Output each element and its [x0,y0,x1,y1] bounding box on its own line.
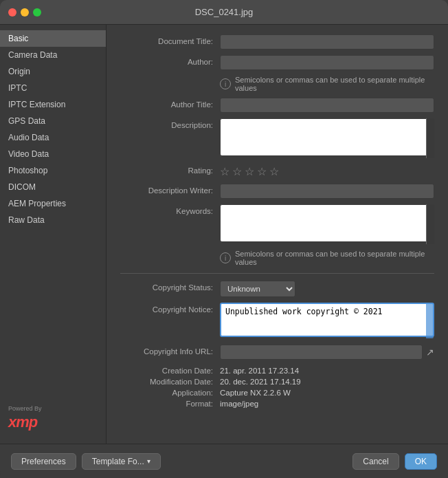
description-label: Description: [120,118,220,129]
keywords-scrollbar [426,204,434,244]
cancel-button[interactable]: Cancel [352,453,399,470]
star-3[interactable]: ☆ [245,165,254,178]
copyright-notice-input[interactable]: Unpublished work copyright © 2021 [220,303,434,337]
close-button[interactable] [8,8,16,17]
divider-1 [120,273,434,274]
rating-control: ☆ ☆ ☆ ☆ ☆ [220,164,434,178]
preferences-label: Preferences [21,457,66,466]
copyright-notice-wrapper: Unpublished work copyright © 2021 [220,303,434,339]
author-title-row: Author Title: [120,98,434,113]
description-scrollbar [426,118,434,158]
application-label: Application: [120,389,220,397]
hint2-row: i Semicolons or commas can be used to se… [120,250,434,266]
description-wrapper [220,118,434,158]
copyright-url-row: Copyright Info URL: ↗ [120,345,434,360]
document-title-input[interactable] [220,34,434,50]
sidebar: BasicCamera DataOriginIPTCIPTC Extension… [0,25,107,444]
sidebar-item-video-data[interactable]: Video Data [0,146,106,162]
author-label: Author: [120,55,220,66]
sidebar-item-raw-data[interactable]: Raw Data [0,212,106,228]
copyright-scroll-indicator [426,303,434,338]
sidebar-item-iptc-extension[interactable]: IPTC Extension [0,96,106,113]
maximize-button[interactable] [33,8,41,17]
template-label: Template Fo... [92,457,144,466]
url-goto-icon[interactable]: ↗ [426,347,434,358]
modification-date-row: Modification Date: 20. dec. 2021 17.14.1… [120,378,434,386]
author-title-control [220,98,434,113]
sidebar-nav: BasicCamera DataOriginIPTCIPTC Extension… [0,30,106,228]
xmp-logo: xmp [8,413,98,431]
copyright-notice-label: Copyright Notice: [120,303,220,314]
copyright-url-label: Copyright Info URL: [120,345,220,356]
copyright-url-input[interactable] [220,345,423,360]
author-title-input[interactable] [220,98,434,113]
star-rating: ☆ ☆ ☆ ☆ ☆ [220,164,434,178]
format-row: Format: image/jpeg [120,400,434,408]
ok-button[interactable]: OK [405,453,437,470]
sidebar-item-origin[interactable]: Origin [0,63,106,80]
author-input[interactable] [220,55,434,70]
modification-date-value: 20. dec. 2021 17.14.19 [220,378,434,386]
sidebar-item-camera-data[interactable]: Camera Data [0,47,106,63]
main-layout: BasicCamera DataOriginIPTCIPTC Extension… [0,25,448,444]
star-4[interactable]: ☆ [257,165,267,178]
star-5[interactable]: ☆ [269,165,279,178]
sidebar-item-dicom[interactable]: DICOM [0,179,106,195]
info-icon-1: i [220,78,231,89]
rating-label: Rating: [120,164,220,175]
document-title-control [220,34,434,50]
application-row: Application: Capture NX 2.2.6 W [120,389,434,397]
format-label: Format: [120,400,220,408]
desc-writer-input[interactable] [220,184,434,199]
modification-date-label: Modification Date: [120,378,220,386]
format-value: image/jpeg [220,400,434,408]
sidebar-item-audio-data[interactable]: Audio Data [0,129,106,146]
keywords-wrapper [220,204,434,244]
sidebar-item-aem-properties[interactable]: AEM Properties [0,195,106,212]
sidebar-item-gps-data[interactable]: GPS Data [0,113,106,129]
chevron-down-icon: ▾ [147,457,150,465]
copyright-status-label: Copyright Status: [120,281,220,292]
sidebar-footer: Powered By xmp [0,398,106,438]
star-1[interactable]: ☆ [220,165,229,178]
desc-writer-label: Description Writer: [120,184,220,195]
cancel-label: Cancel [363,457,388,466]
copyright-status-select[interactable]: Unknown Copyrighted Public Domain [220,281,295,297]
sidebar-item-iptc[interactable]: IPTC [0,80,106,96]
content-area: Document Title: Author: i Semicolons or … [107,25,448,444]
keywords-input[interactable] [220,204,434,242]
bottom-bar: Preferences Template Fo... ▾ Cancel OK [0,444,448,478]
description-input[interactable] [220,118,434,156]
sidebar-item-basic[interactable]: Basic [0,30,106,47]
document-title-row: Document Title: [120,34,434,50]
sidebar-item-photoshop[interactable]: Photoshop [0,162,106,179]
author-control [220,55,434,70]
powered-by-label: Powered By [8,405,98,412]
preferences-button[interactable]: Preferences [11,453,76,470]
bottom-right: Cancel OK [352,453,437,470]
desc-writer-control [220,184,434,199]
bottom-left: Preferences Template Fo... ▾ [11,453,161,470]
star-2[interactable]: ☆ [232,165,242,178]
creation-date-label: Creation Date: [120,367,220,375]
template-button[interactable]: Template Fo... ▾ [82,453,161,470]
minimize-button[interactable] [21,8,29,17]
creation-date-value: 21. apr. 2011 17.23.14 [220,367,434,375]
rating-row: Rating: ☆ ☆ ☆ ☆ ☆ [120,164,434,178]
description-row: Description: [120,118,434,158]
ok-label: OK [415,457,427,466]
copyright-status-control: Unknown Copyrighted Public Domain [220,281,434,297]
copyright-url-wrapper: ↗ [220,345,434,360]
keywords-row: Keywords: [120,204,434,244]
traffic-lights [8,8,41,17]
copyright-status-row: Copyright Status: Unknown Copyrighted Pu… [120,281,434,297]
info-section: Creation Date: 21. apr. 2011 17.23.14 Mo… [120,367,434,408]
hint1-row: i Semicolons or commas can be used to se… [120,76,434,92]
document-title-label: Document Title: [120,34,220,45]
hint2-text: Semicolons or commas can be used to sepa… [235,250,434,266]
info-icon-2: i [220,252,231,263]
author-row: Author: [120,55,434,70]
desc-writer-row: Description Writer: [120,184,434,199]
application-value: Capture NX 2.2.6 W [220,389,434,397]
titlebar: DSC_0241.jpg [0,0,448,25]
